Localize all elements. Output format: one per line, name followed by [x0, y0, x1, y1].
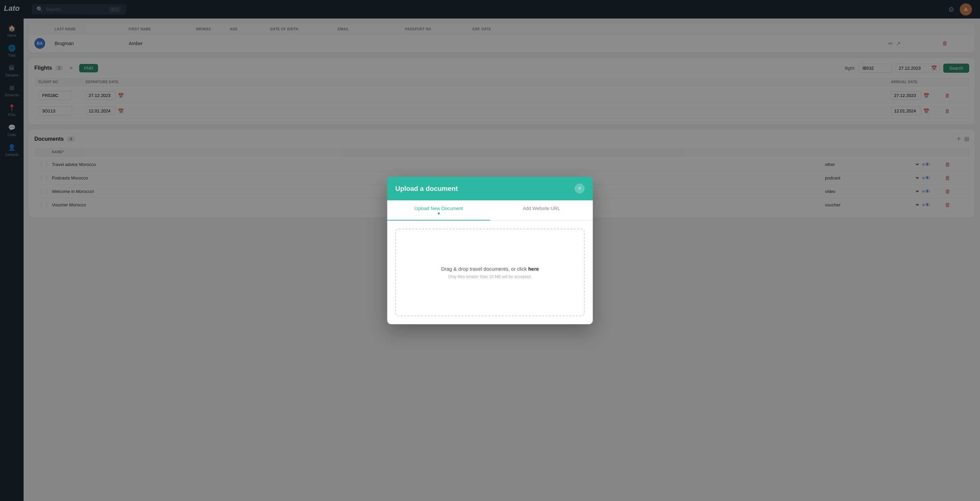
modal-tabs: Upload New Document Add Website URL — [387, 200, 593, 220]
tab-upload-label: Upload New Document — [415, 206, 463, 211]
drop-zone-click-here[interactable]: here — [528, 266, 539, 272]
file-drop-zone[interactable]: Drag & drop travel documents, or click h… — [395, 228, 585, 316]
modal-header: Upload a document × — [387, 177, 593, 200]
drop-zone-text-before: Drag & drop travel documents, or click — [441, 266, 528, 272]
drop-zone-text: Drag & drop travel documents, or click h… — [441, 266, 539, 272]
modal-close-button[interactable]: × — [574, 184, 585, 193]
drop-zone-sub: Only files smaller than 10 MB will be ac… — [448, 274, 532, 279]
tab-add-website-url[interactable]: Add Website URL — [490, 200, 593, 220]
tab-upload-new-document[interactable]: Upload New Document — [387, 200, 490, 220]
tab-active-dot — [438, 212, 440, 214]
tab-website-label: Add Website URL — [523, 206, 560, 211]
upload-document-modal: Upload a document × Upload New Document … — [387, 177, 593, 324]
modal-body: Upload New Document Add Website URL Drag… — [387, 200, 593, 316]
modal-title: Upload a document — [395, 185, 458, 193]
modal-overlay[interactable]: Upload a document × Upload New Document … — [0, 0, 980, 501]
